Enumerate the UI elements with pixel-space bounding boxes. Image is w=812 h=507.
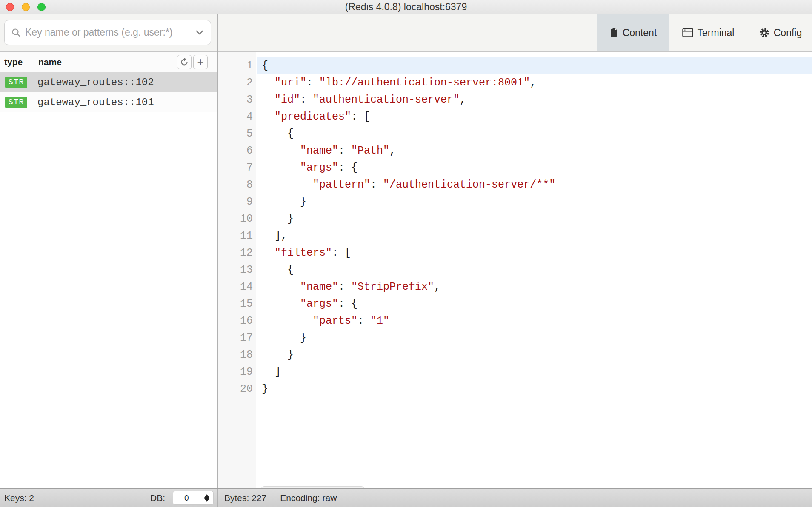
line-number: 2 <box>218 74 253 91</box>
line-number: 18 <box>218 347 253 364</box>
tab-terminal[interactable]: Terminal <box>674 14 742 51</box>
terminal-icon <box>682 28 693 37</box>
db-select[interactable]: 0 <box>173 491 214 505</box>
plus-icon: + <box>197 56 203 67</box>
key-type-badge: STR <box>5 97 27 108</box>
line-number: 17 <box>218 330 253 347</box>
search-icon <box>11 28 21 37</box>
line-code: "uri": "lb://authentication-server:8001"… <box>257 74 812 91</box>
titlebar: (Redis 4.0.8) localhost:6379 <box>0 0 812 14</box>
line-number: 8 <box>218 177 253 194</box>
line-number: 9 <box>218 194 253 211</box>
line-number: 20 <box>218 381 253 398</box>
editor-line[interactable]: 9 } <box>218 194 812 211</box>
keys-count: Keys: 2 <box>4 493 34 503</box>
editor-line[interactable]: 1{ <box>218 57 812 74</box>
editor-line[interactable]: 16 "parts": "1" <box>218 313 812 330</box>
bytes-info: Bytes: 227 <box>224 493 266 503</box>
editor-line[interactable]: 17 } <box>218 330 812 347</box>
line-number: 11 <box>218 228 253 245</box>
line-number: 7 <box>218 160 253 177</box>
editor-line[interactable]: 6 "name": "Path", <box>218 142 812 160</box>
line-number: 3 <box>218 91 253 108</box>
editor-line[interactable]: 13 { <box>218 262 812 279</box>
code-editor[interactable]: 1{2 "uri": "lb://authentication-server:8… <box>218 52 812 488</box>
line-code: "id": "authentication-server", <box>257 91 812 108</box>
editor-line[interactable]: 20} <box>218 381 812 398</box>
tab-content[interactable]: Content <box>597 14 669 51</box>
line-code: ] <box>257 364 812 381</box>
add-key-button[interactable]: + <box>193 55 208 69</box>
statusbar-right: Bytes: 227 Encoding: raw <box>218 489 812 507</box>
line-code: "args": { <box>257 160 812 177</box>
editor-line[interactable]: 12 "filters": [ <box>218 245 812 262</box>
editor-line[interactable]: 7 "args": { <box>218 160 812 177</box>
line-code: } <box>257 330 812 347</box>
encoding-info: Encoding: raw <box>280 493 337 503</box>
line-number: 12 <box>218 245 253 262</box>
key-type-badge: STR <box>5 77 27 88</box>
editor-line[interactable]: 4 "predicates": [ <box>218 108 812 125</box>
view-tabs: Content Terminal <box>218 14 812 52</box>
line-number: 13 <box>218 262 253 279</box>
line-code: "parts": "1" <box>257 313 812 330</box>
line-number: 14 <box>218 279 253 296</box>
sidebar-toolbar: Key name or patterns (e.g. user:*) <box>0 14 217 52</box>
line-code: "predicates": [ <box>257 108 812 125</box>
line-code: { <box>257 57 812 74</box>
sidebar: Key name or patterns (e.g. user:*) type … <box>0 14 218 488</box>
db-select-value: 0 <box>184 493 189 503</box>
close-window-button[interactable] <box>6 3 14 11</box>
editor-line[interactable]: 3 "id": "authentication-server", <box>218 91 812 108</box>
key-name: gateway_routes::101 <box>37 97 154 108</box>
statusbar-left: Keys: 2 DB: 0 <box>0 489 218 507</box>
line-code: "args": { <box>257 296 812 313</box>
line-number: 19 <box>218 364 253 381</box>
line-number: 1 <box>218 57 253 74</box>
editor-line[interactable]: 15 "args": { <box>218 296 812 313</box>
search-input[interactable]: Key name or patterns (e.g. user:*) <box>4 20 211 45</box>
column-header-name: name <box>38 57 62 67</box>
line-code: "filters": [ <box>257 245 812 262</box>
gear-icon <box>759 28 769 38</box>
zoom-window-button[interactable] <box>37 3 46 11</box>
line-number: 6 <box>218 142 253 160</box>
window-title: (Redis 4.0.8) localhost:6379 <box>345 1 467 13</box>
tab-config[interactable]: Config <box>749 14 812 51</box>
search-placeholder: Key name or patterns (e.g. user:*) <box>25 27 192 38</box>
editor-line[interactable]: 2 "uri": "lb://authentication-server:800… <box>218 74 812 91</box>
line-code: "name": "StripPrefix", <box>257 279 812 296</box>
refresh-keys-button[interactable] <box>177 55 192 69</box>
app-window: (Redis 4.0.8) localhost:6379 Key name or… <box>0 0 812 507</box>
line-code: ], <box>257 228 812 245</box>
key-table-header: type name + <box>0 52 217 72</box>
chevron-down-icon[interactable] <box>195 30 204 35</box>
editor-line[interactable]: 11 ], <box>218 228 812 245</box>
editor-line[interactable]: 10 } <box>218 211 812 228</box>
line-code: { <box>257 262 812 279</box>
tab-content-label: Content <box>623 27 657 39</box>
editor-line[interactable]: 14 "name": "StripPrefix", <box>218 279 812 296</box>
minimize-window-button[interactable] <box>22 3 30 11</box>
key-row[interactable]: STRgateway_routes::102 <box>0 72 217 92</box>
content-panel: Content Terminal <box>218 14 812 488</box>
line-code: { <box>257 125 812 142</box>
line-code: } <box>257 381 812 398</box>
line-code: } <box>257 194 812 211</box>
line-code: "name": "Path", <box>257 142 812 160</box>
editor-line[interactable]: 5 { <box>218 125 812 142</box>
line-code: "pattern": "/authentication-server/**" <box>257 177 812 194</box>
column-header-type: type <box>4 57 23 67</box>
line-number: 4 <box>218 108 253 125</box>
editor-line[interactable]: 8 "pattern": "/authentication-server/**" <box>218 177 812 194</box>
statusbar: Keys: 2 DB: 0 Bytes: 227 Encoding: raw <box>0 488 812 507</box>
line-code: } <box>257 347 812 364</box>
tab-config-label: Config <box>774 27 802 39</box>
editor-line[interactable]: 19 ] <box>218 364 812 381</box>
line-number: 5 <box>218 125 253 142</box>
editor-line[interactable]: 18 } <box>218 347 812 364</box>
key-row[interactable]: STRgateway_routes::101 <box>0 92 217 112</box>
refresh-icon <box>180 58 189 66</box>
traffic-lights <box>6 3 46 11</box>
line-number: 16 <box>218 313 253 330</box>
